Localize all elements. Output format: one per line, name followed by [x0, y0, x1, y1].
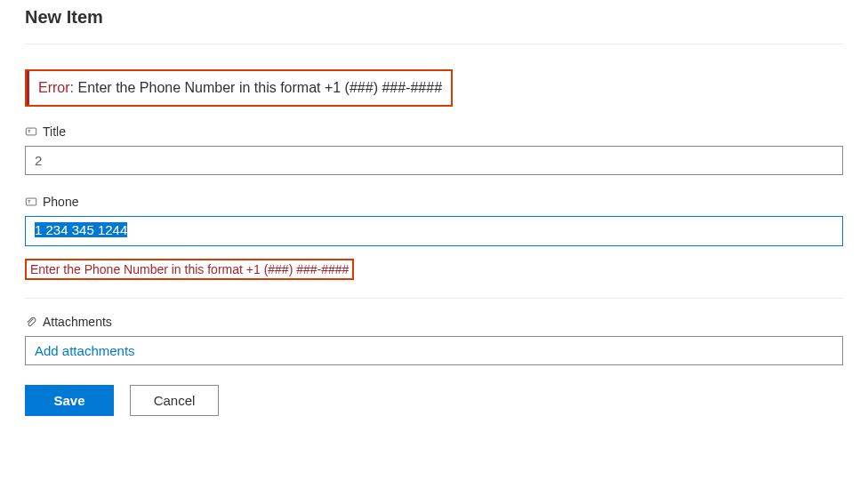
- phone-label: Phone: [43, 195, 78, 209]
- divider: [25, 298, 843, 299]
- phone-input-value: 1 234 345 1244: [35, 222, 127, 237]
- cancel-button[interactable]: Cancel: [130, 385, 219, 416]
- phone-field: Phone 1 234 345 1244 Enter the Phone Num…: [25, 195, 843, 280]
- text-field-icon: [25, 196, 37, 208]
- save-button[interactable]: Save: [25, 385, 114, 416]
- paperclip-icon: [25, 316, 37, 328]
- phone-inline-error: Enter the Phone Number in this format +1…: [25, 259, 354, 280]
- button-row: Save Cancel: [25, 385, 843, 416]
- svg-rect-0: [26, 128, 36, 135]
- error-banner: Error: Enter the Phone Number in this fo…: [25, 69, 453, 107]
- svg-rect-3: [26, 198, 36, 205]
- phone-input[interactable]: 1 234 345 1244: [25, 216, 843, 246]
- title-label: Title: [43, 124, 66, 139]
- error-label: Error:: [38, 80, 74, 95]
- divider: [25, 44, 843, 44]
- title-field: Title: [25, 124, 843, 175]
- attachments-field: Attachments Add attachments: [25, 315, 843, 365]
- page-title: New Item: [25, 7, 843, 28]
- title-input[interactable]: [25, 146, 843, 175]
- error-message: Enter the Phone Number in this format +1…: [77, 80, 442, 95]
- text-field-icon: [25, 125, 37, 138]
- add-attachments-button[interactable]: Add attachments: [25, 336, 843, 365]
- attachments-label: Attachments: [43, 315, 112, 329]
